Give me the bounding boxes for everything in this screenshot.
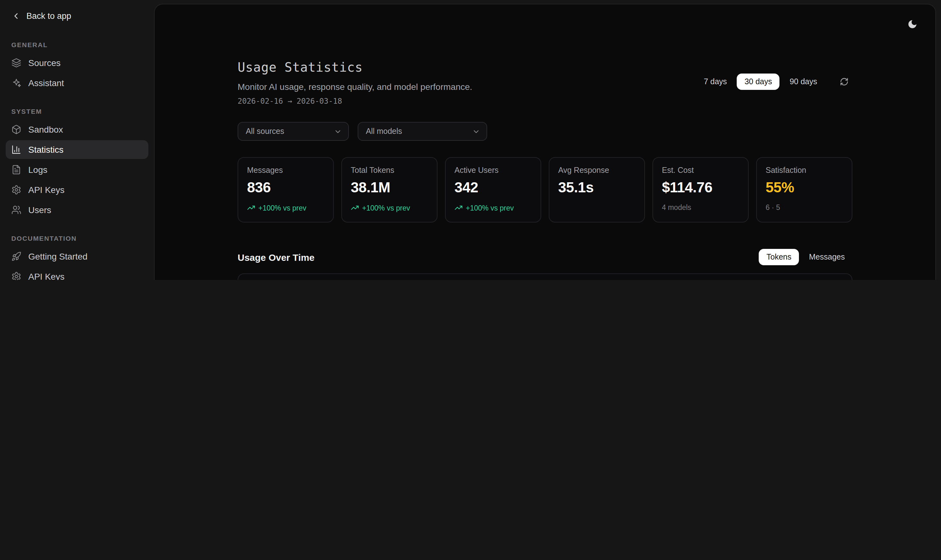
stat-label: Active Users [455, 166, 532, 175]
source-select[interactable]: All sources [238, 122, 349, 141]
sidebar-item-statistics[interactable]: Statistics [6, 140, 148, 159]
sidebar-item-users[interactable]: Users [6, 200, 148, 219]
sidebar-item-logs[interactable]: Logs [6, 160, 148, 179]
refresh-icon [840, 77, 849, 86]
usage-chart-card: 02-1602-2403-0303-1103-18 discord botgit… [238, 274, 852, 280]
stat-delta-text: +100% vs prev [362, 204, 410, 211]
stat-label: Satisfaction [766, 166, 843, 175]
trending-up-icon [247, 204, 255, 212]
page-header-left: Usage Statistics Monitor AI usage, respo… [238, 60, 472, 106]
stat-card-satisfaction: Satisfaction55%6 · 5 [756, 157, 852, 223]
stat-value: $114.76 [662, 179, 739, 196]
chevron-left-icon [11, 11, 21, 21]
stat-delta-text: +100% vs prev [258, 204, 306, 211]
page-header: Usage Statistics Monitor AI usage, respo… [238, 60, 852, 106]
time-range-controls: 7 days30 days90 days [696, 74, 852, 90]
toggle-tokens[interactable]: Tokens [759, 249, 799, 265]
stat-card-messages: Messages836+100% vs prev [238, 157, 334, 223]
sidebar-item-api-keys[interactable]: API Keys [6, 267, 148, 280]
stat-card-est-cost: Est. Cost$114.764 models [652, 157, 749, 223]
usage-toggle-group: TokensMessages [759, 249, 852, 265]
toggle-messages[interactable]: Messages [801, 249, 852, 265]
refresh-button[interactable] [836, 74, 852, 90]
page-title: Usage Statistics [238, 60, 472, 75]
time-range-group: 7 days30 days90 days [696, 74, 825, 90]
file-text-icon [11, 165, 22, 175]
back-to-app-button[interactable]: Back to app [6, 6, 148, 26]
stat-value: 836 [247, 179, 324, 196]
trending-up-icon [351, 204, 359, 212]
sidebar-item-label: Sources [28, 58, 61, 68]
sidebar-item-api-keys[interactable]: API Keys [6, 180, 148, 199]
range-90-days[interactable]: 90 days [782, 74, 825, 90]
stat-delta: +100% vs prev [455, 204, 532, 212]
sidebar: Back to app GENERALSourcesAssistantSYSTE… [0, 0, 154, 280]
gear-icon [11, 185, 22, 195]
sidebar-item-getting-started[interactable]: Getting Started [6, 247, 148, 266]
filters-row: All sources All models [238, 122, 852, 141]
sidebar-item-label: API Keys [28, 272, 65, 280]
usage-over-time-title: Usage Over Time [238, 252, 315, 262]
date-range: 2026-02-16 → 2026-03-18 [238, 97, 472, 106]
range-30-days[interactable]: 30 days [737, 74, 780, 90]
sidebar-item-label: Getting Started [28, 251, 88, 262]
stat-label: Total Tokens [351, 166, 428, 175]
back-to-app-label: Back to app [26, 11, 71, 21]
model-select[interactable]: All models [358, 122, 487, 141]
range-7-days[interactable]: 7 days [696, 74, 735, 90]
chevron-down-icon [472, 127, 480, 135]
usage-section-header: Usage Over Time TokensMessages [238, 249, 852, 265]
page-subtitle: Monitor AI usage, response quality, and … [238, 82, 472, 92]
sidebar-section-title-general: GENERAL [11, 41, 143, 48]
stat-delta-text: +100% vs prev [466, 204, 514, 211]
stat-delta: +100% vs prev [247, 204, 324, 212]
sparkles-icon [11, 78, 22, 88]
moon-icon [907, 18, 918, 29]
sidebar-section-title-system: SYSTEM [11, 108, 143, 115]
sidebar-item-label: API Keys [28, 185, 65, 195]
stat-card-total-tokens: Total Tokens38.1M+100% vs prev [341, 157, 438, 223]
stat-value: 55% [766, 179, 843, 196]
source-select-value: All sources [246, 127, 284, 136]
sidebar-item-label: Statistics [28, 145, 63, 155]
stat-sub: 6 · 5 [766, 204, 843, 211]
sidebar-item-label: Assistant [28, 78, 64, 88]
stat-value: 342 [455, 179, 532, 196]
stat-label: Avg Response [558, 166, 635, 175]
gear-icon [11, 272, 22, 280]
sidebar-item-sources[interactable]: Sources [6, 54, 148, 72]
sidebar-section-title-documentation: DOCUMENTATION [11, 234, 143, 242]
stat-card-active-users: Active Users342+100% vs prev [445, 157, 541, 223]
stat-label: Messages [247, 166, 324, 175]
sidebar-item-label: Users [28, 205, 51, 215]
sidebar-item-label: Sandbox [28, 125, 63, 134]
sidebar-nav: GENERALSourcesAssistantSYSTEMSandboxStat… [6, 41, 148, 280]
bar-chart-icon [11, 145, 22, 155]
stat-delta: +100% vs prev [351, 204, 428, 212]
stat-label: Est. Cost [662, 166, 739, 175]
users-icon [11, 205, 22, 215]
box-icon [11, 125, 22, 134]
model-select-value: All models [366, 127, 402, 136]
main-panel: Usage Statistics Monitor AI usage, respo… [154, 4, 936, 280]
content-container: Usage Statistics Monitor AI usage, respo… [238, 5, 852, 280]
sidebar-item-sandbox[interactable]: Sandbox [6, 120, 148, 139]
stat-value: 38.1M [351, 179, 428, 196]
app-root: Back to app GENERALSourcesAssistantSYSTE… [0, 0, 941, 280]
chevron-down-icon [334, 127, 342, 135]
layers-icon [11, 58, 22, 68]
theme-toggle-button[interactable] [903, 14, 921, 33]
trending-up-icon [455, 204, 463, 212]
stat-card-avg-response: Avg Response35.1s [549, 157, 645, 223]
stat-value: 35.1s [558, 179, 635, 196]
stat-sub: 4 models [662, 204, 739, 211]
rocket-icon [11, 251, 22, 262]
sidebar-item-label: Logs [28, 165, 48, 175]
sidebar-item-assistant[interactable]: Assistant [6, 74, 148, 92]
stat-cards-row: Messages836+100% vs prevTotal Tokens38.1… [238, 157, 852, 223]
